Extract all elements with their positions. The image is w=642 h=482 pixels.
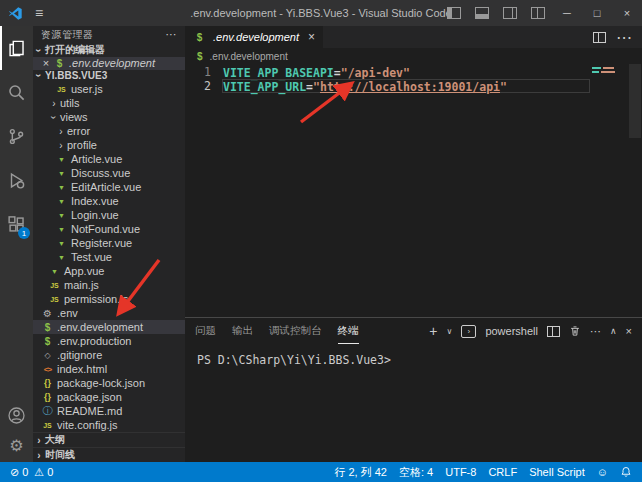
file-name: Article.vue [71,153,122,165]
tree-item-Article.vue[interactable]: ▼Article.vue [33,152,185,166]
close-panel-icon[interactable]: × [626,325,632,337]
vue-file-icon: ▼ [55,184,68,191]
notifications-bell-icon[interactable] [620,466,632,478]
status-item[interactable]: Shell Script [529,465,585,480]
md-file-icon: ⓘ [41,404,54,418]
open-editors-section[interactable]: 打开的编辑器 [33,44,185,57]
split-editor-icon[interactable] [593,32,606,43]
minimap-slider[interactable] [629,64,641,138]
js-file-icon: JS [48,296,61,303]
code-line-2[interactable]: 2VITE_APP_URL="http://localhost:19001/ap… [185,79,642,93]
status-item[interactable]: CRLF [488,465,517,480]
tree-item-permission.js[interactable]: JSpermission.js [33,292,185,306]
tree-item-.env.development[interactable]: $.env.development [33,320,185,334]
minimap[interactable] [592,67,626,75]
code-editor[interactable]: 1VITE_APP_BASEAPI="/api-dev"2VITE_APP_UR… [185,64,642,317]
problems-errors[interactable]: ⊘ 0 [10,466,28,479]
project-root-label: YI.BBS.VUE3 [45,70,107,81]
panel-tab-调试控制台[interactable]: 调试控制台 [269,318,322,344]
status-item[interactable]: 空格: 4 [399,465,433,480]
explorer-icon[interactable] [0,26,33,70]
toggle-panel-icon[interactable] [475,7,489,19]
panel-tab-输出[interactable]: 输出 [232,318,253,344]
tab-bar: $ .env.development × ⋯ [185,26,642,48]
tree-item-App.vue[interactable]: ▼App.vue [33,264,185,278]
tree-item-.env.production[interactable]: $.env.production [33,334,185,348]
project-root-folder[interactable]: YI.BBS.VUE3 [33,70,185,82]
feedback-icon[interactable]: ☺ [597,466,608,478]
shell-selector[interactable]: powershell [485,325,538,337]
tree-item-.env[interactable]: ⚙.env [33,306,185,320]
file-name: .gitignore [57,349,102,361]
tree-item-package-lock.json[interactable]: {}package-lock.json [33,376,185,390]
account-icon[interactable] [0,400,33,430]
bottom-panel: 问题输出调试控制台终端 + ∨ › powershell ⋯ ∧ × [185,317,642,462]
close-icon[interactable]: × [39,57,53,69]
source-control-icon[interactable] [0,114,33,158]
tree-item-vite.config.js[interactable]: JSvite.config.js [33,418,185,432]
explorer-more-actions-icon[interactable]: ⋯ [166,28,178,41]
menu-icon[interactable]: ≡ [35,5,43,21]
tree-item-Test.vue[interactable]: ▼Test.vue [33,250,185,264]
tab-env-development[interactable]: $ .env.development × [185,26,323,48]
maximize-panel-icon[interactable]: ∧ [610,326,617,336]
status-item[interactable]: UTF-8 [445,465,476,480]
timeline-section[interactable]: 时间线 [33,447,185,462]
chevron-right-icon [33,450,45,461]
code-line-1[interactable]: 1VITE_APP_BASEAPI="/api-dev" [185,65,642,79]
file-name: Discuss.vue [71,167,130,179]
terminal-dropdown-icon[interactable]: ∨ [447,327,453,336]
open-editor-name: .env.development [69,57,155,69]
panel-more-actions-icon[interactable]: ⋯ [590,325,601,338]
minimize-button[interactable]: ─ [552,0,582,26]
customize-layout-icon[interactable] [531,7,545,19]
file-name: NotFound.vue [71,223,140,235]
kill-terminal-icon[interactable] [569,325,581,337]
vue-file-icon: ▼ [55,198,68,205]
tree-item-Login.vue[interactable]: ▼Login.vue [33,208,185,222]
open-editor-item[interactable]: × $ .env.development [33,57,185,70]
tree-item-.gitignore[interactable]: ◇.gitignore [33,348,185,362]
tree-item-package.json[interactable]: {}package.json [33,390,185,404]
close-tab-icon[interactable]: × [308,30,315,44]
extensions-icon[interactable]: 1 [0,202,33,246]
new-terminal-icon[interactable]: + [429,323,437,339]
terminal-content[interactable]: PS D:\CSharp\Yi\Yi.BBS.Vue3> [185,344,642,462]
editor-more-actions-icon[interactable]: ⋯ [616,28,632,47]
tree-item-user.js[interactable]: JSuser.js [33,82,185,96]
tree-item-README.md[interactable]: ⓘREADME.md [33,404,185,418]
split-terminal-icon[interactable] [547,326,560,337]
file-name: Register.vue [71,237,132,249]
toggle-secondary-sidebar-icon[interactable] [503,7,517,19]
close-window-button[interactable]: × [612,0,642,26]
run-debug-icon[interactable] [0,158,33,202]
tree-item-Register.vue[interactable]: ▼Register.vue [33,236,185,250]
tree-item-EditArticle.vue[interactable]: ▼EditArticle.vue [33,180,185,194]
tree-item-Index.vue[interactable]: ▼Index.vue [33,194,185,208]
panel-tab-终端[interactable]: 终端 [338,318,359,344]
status-item[interactable]: 行 2, 列 42 [334,465,387,480]
vscode-window: ≡ .env.development - Yi.BBS.Vue3 - Visua… [0,0,642,482]
tree-item-utils[interactable]: utils [33,96,185,110]
search-icon[interactable] [0,70,33,114]
url-link[interactable]: http://localhost:19001/api [320,80,500,94]
toggle-sidebar-icon[interactable] [447,7,461,19]
tree-item-main.js[interactable]: JSmain.js [33,278,185,292]
powershell-launch-icon[interactable]: › [461,325,476,338]
maximize-button[interactable]: □ [582,0,612,26]
breadcrumb[interactable]: $ .env.development [185,48,642,64]
tree-item-error[interactable]: error [33,124,185,138]
tree-item-views[interactable]: views [33,110,185,124]
problems-warnings[interactable]: ⚠ 0 [34,466,53,479]
tree-item-profile[interactable]: profile [33,138,185,152]
outline-section[interactable]: 大纲 [33,432,185,447]
tree-item-index.html[interactable]: <>index.html [33,362,185,376]
tree-item-NotFound.vue[interactable]: ▼NotFound.vue [33,222,185,236]
code-text: VITE_APP_BASEAPI="/api-dev" [222,65,590,79]
tree-item-Discuss.vue[interactable]: ▼Discuss.vue [33,166,185,180]
settings-gear-icon[interactable]: ⚙ [0,430,33,460]
open-editors-label: 打开的编辑器 [45,43,105,57]
file-name: package-lock.json [57,377,145,389]
explorer-sidebar: 资源管理器 ⋯ 打开的编辑器 × $ .env.development YI.B… [33,26,185,462]
panel-tab-问题[interactable]: 问题 [195,318,216,344]
